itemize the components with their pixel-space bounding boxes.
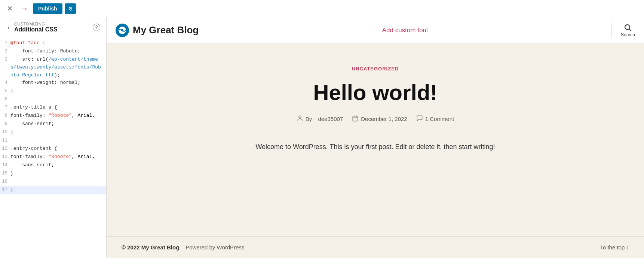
- svg-point-4: [299, 116, 301, 118]
- code-line-2: 2 font-family: Roboto;: [0, 48, 106, 56]
- nav-right: Search: [611, 23, 635, 37]
- code-line-9: 9 sans-serif;: [0, 120, 106, 128]
- logo-icon: [116, 24, 129, 37]
- svg-rect-5: [353, 116, 358, 121]
- post-title: Hello world!: [222, 81, 529, 104]
- post-comments-meta: 1 Comment: [416, 115, 454, 123]
- to-top-label: To the top ↑: [600, 244, 629, 251]
- top-bar: ✕ → Publish ⚙: [0, 0, 644, 17]
- author-name: dee35007: [318, 116, 343, 122]
- code-line-1: 1 @font-face {: [0, 39, 106, 48]
- help-button[interactable]: ?: [93, 24, 100, 31]
- preview-nav: My Great Blog Add custom font Search: [107, 17, 644, 43]
- code-line-12: 12 .entry-content {: [0, 145, 106, 153]
- code-line-3: 3 src: url(/wp-content/themes/twentytwen…: [0, 56, 106, 79]
- post-author-meta: By dee35007: [297, 115, 343, 123]
- code-line-6: 6: [0, 95, 106, 104]
- main-layout: ‹ Customizing Additional CSS ? 1 @font-f…: [0, 17, 644, 258]
- footer-powered: Powered by WordPress: [185, 244, 244, 251]
- search-icon: [623, 23, 632, 32]
- code-line-10: 10 }: [0, 128, 106, 137]
- code-lines: 1 @font-face { 2 font-family: Roboto; 3 …: [0, 39, 106, 194]
- close-button[interactable]: ✕: [4, 3, 15, 14]
- svg-point-1: [121, 29, 123, 31]
- blog-logo: My Great Blog: [116, 24, 199, 37]
- code-line-14: 14 sans-serif;: [0, 161, 106, 170]
- code-line-17: 17 |: [0, 186, 106, 194]
- publish-button[interactable]: Publish: [33, 3, 62, 14]
- search-button[interactable]: Search: [621, 23, 635, 37]
- wordpress-icon: [118, 26, 126, 34]
- preview-panel: My Great Blog Add custom font Search UNC…: [107, 17, 644, 258]
- code-line-16: 16: [0, 178, 106, 186]
- svg-line-3: [629, 29, 631, 31]
- blog-name: My Great Blog: [133, 24, 199, 36]
- post-meta: By dee35007 December 1, 2022: [222, 115, 529, 123]
- code-line-8: 8 font-family: "Roboto", Arial,: [0, 112, 106, 120]
- panel-title: Additional CSS: [14, 26, 58, 33]
- post-body: Welcome to WordPress. This is your first…: [222, 141, 529, 153]
- calendar-icon: [352, 115, 359, 123]
- code-line-4: 4 font-weight: normal;: [0, 79, 106, 87]
- close-icon: ✕: [7, 4, 13, 13]
- code-line-13: 13 font-family: "Roboto", Arial,: [0, 153, 106, 161]
- nav-center: Add custom font: [382, 27, 428, 34]
- panel-title-group: Customizing Additional CSS: [14, 22, 58, 33]
- preview-content: UNCATEGORIZED Hello world! By dee35007: [107, 43, 644, 236]
- code-line-11: 11: [0, 137, 106, 145]
- add-custom-font-link[interactable]: Add custom font: [382, 27, 428, 34]
- footer-to-top[interactable]: To the top ↑: [600, 244, 629, 251]
- author-by: By: [306, 116, 312, 122]
- gear-button[interactable]: ⚙: [65, 3, 76, 14]
- code-editor[interactable]: 1 @font-face { 2 font-family: Roboto; 3 …: [0, 36, 106, 258]
- code-line-15: 15 }: [0, 170, 106, 178]
- post-area: UNCATEGORIZED Hello world! By dee35007: [207, 43, 544, 175]
- post-date: December 1, 2022: [361, 116, 407, 122]
- preview-footer: © 2022 My Great Blog Powered by WordPres…: [107, 236, 644, 258]
- author-icon: [297, 115, 303, 123]
- post-category: UNCATEGORIZED: [222, 66, 529, 72]
- code-line-5: 5 }: [0, 87, 106, 95]
- svg-point-2: [625, 25, 630, 30]
- customizing-label: Customizing: [14, 22, 58, 26]
- left-panel: ‹ Customizing Additional CSS ? 1 @font-f…: [0, 17, 107, 258]
- code-line-7: 7 .entry-title a {: [0, 104, 106, 112]
- comment-icon: [416, 115, 423, 123]
- arrow-icon: →: [20, 4, 28, 13]
- footer-copyright: © 2022 My Great Blog: [122, 244, 179, 251]
- search-label: Search: [621, 32, 635, 37]
- post-date-meta: December 1, 2022: [352, 115, 407, 123]
- back-button[interactable]: ‹: [6, 24, 11, 31]
- panel-header: ‹ Customizing Additional CSS ?: [0, 17, 106, 36]
- post-comments: 1 Comment: [425, 116, 454, 122]
- footer-left: © 2022 My Great Blog Powered by WordPres…: [122, 244, 244, 251]
- panel-header-left: ‹ Customizing Additional CSS: [6, 22, 58, 33]
